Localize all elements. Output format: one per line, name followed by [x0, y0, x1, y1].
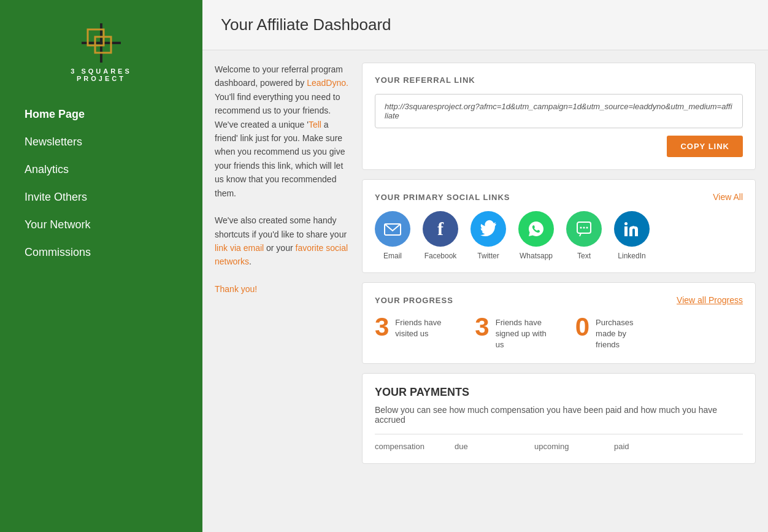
social-icon-text[interactable]: Text [566, 211, 602, 260]
intro-text: Welcome to your referral program dashboa… [215, 63, 350, 200]
twitter-icon [470, 211, 506, 247]
right-panel: YOUR REFERRAL LINK http://3squaresprojec… [362, 63, 756, 520]
facebook-icon: f [423, 211, 458, 247]
email-label: Email [383, 252, 402, 260]
nav-item-network[interactable]: Your Network [12, 211, 190, 239]
view-all-social-link[interactable]: View All [713, 192, 743, 202]
social-links-card: YOUR PRIMARY SOCIAL LINKS View All [362, 179, 756, 273]
payments-col-paid: paid [614, 442, 675, 451]
referral-link-title: YOUR REFERRAL LINK [375, 75, 743, 85]
text-label: Text [577, 252, 591, 260]
left-panel: Welcome to your referral program dashboa… [215, 63, 350, 520]
payments-desc: Below you can see how much compensation … [375, 405, 743, 425]
progress-header: YOUR PROGRESS View all Progress [375, 295, 743, 305]
referral-link-card: YOUR REFERRAL LINK http://3squaresprojec… [362, 63, 756, 170]
payments-card: YOUR PAYMENTS Below you can see how much… [362, 373, 756, 464]
payments-title: YOUR PAYMENTS [375, 386, 743, 399]
sidebar: 3 SQUARES PROJECT Home Page Newsletters … [0, 0, 202, 532]
email-icon [375, 211, 410, 247]
nav-item-home[interactable]: Home Page [12, 101, 190, 128]
social-icon-whatsapp[interactable]: Whatsapp [518, 211, 554, 260]
progress-title: YOUR PROGRESS [375, 296, 453, 305]
social-icons-list: Email f Facebook [375, 211, 743, 260]
logo-area: 3 SQUARES PROJECT [71, 18, 132, 82]
progress-card: YOUR PROGRESS View all Progress 3 Friend… [362, 282, 756, 364]
page-header: Your Affiliate Dashboard [202, 0, 768, 50]
leaddyno-link[interactable]: LeadDyno. [307, 78, 348, 88]
stat-visited-number: 3 [375, 314, 389, 340]
social-icon-email[interactable]: Email [375, 211, 410, 260]
social-icon-facebook[interactable]: f Facebook [423, 211, 458, 260]
progress-stats: 3 Friends have visited us 3 Friends have… [375, 314, 743, 351]
social-icon-linkedin[interactable]: LinkedIn [614, 211, 650, 260]
payments-col-compensation: compensation [375, 442, 436, 451]
stat-signup-label: Friends have signed up with us [496, 314, 551, 351]
twitter-label: Twitter [477, 252, 499, 260]
nav-item-analytics[interactable]: Analytics [12, 156, 190, 183]
social-icon-twitter[interactable]: Twitter [470, 211, 506, 260]
payments-col-upcoming: upcoming [534, 442, 596, 451]
tell-friend-link[interactable]: Tell [309, 120, 321, 129]
text-icon [566, 211, 602, 247]
stat-purchases: 0 Purchases made by friends [575, 314, 651, 351]
nav-item-commissions[interactable]: Commissions [12, 239, 190, 266]
whatsapp-icon [518, 211, 554, 247]
linkedin-label: LinkedIn [618, 252, 645, 260]
nav-item-newsletters[interactable]: Newsletters [12, 128, 190, 156]
social-links-header: YOUR PRIMARY SOCIAL LINKS View All [375, 192, 743, 202]
nav-item-invite[interactable]: Invite Others [12, 183, 190, 211]
content-area: Welcome to your referral program dashboa… [202, 50, 768, 532]
svg-point-7 [583, 227, 585, 229]
stat-signup-number: 3 [475, 314, 489, 340]
social-links-title: YOUR PRIMARY SOCIAL LINKS [375, 193, 510, 202]
svg-point-6 [580, 227, 582, 229]
facebook-label: Facebook [424, 252, 457, 260]
stat-signed-up: 3 Friends have signed up with us [475, 314, 550, 351]
nav-menu: Home Page Newsletters Analytics Invite O… [0, 101, 202, 266]
thank-you-text: Thank you! [215, 282, 350, 296]
svg-rect-9 [624, 226, 628, 236]
stat-visited: 3 Friends have visited us [375, 314, 450, 351]
logo-text: 3 SQUARES PROJECT [71, 67, 132, 82]
payments-col-due: due [455, 442, 516, 451]
link-text-anchor[interactable]: link via email [215, 243, 264, 253]
payments-table-header: compensation due upcoming paid [375, 434, 743, 451]
shortcuts-text: We've also created some handy shortcuts … [215, 214, 350, 269]
referral-link-box[interactable]: http://3squaresproject.org?afmc=1d&utm_c… [375, 94, 743, 128]
stat-purchases-label: Purchases made by friends [596, 314, 651, 351]
page-title: Your Affiliate Dashboard [221, 15, 750, 34]
main-content: Your Affiliate Dashboard Welcome to your… [202, 0, 768, 532]
stat-visited-label: Friends have visited us [395, 314, 450, 339]
whatsapp-label: Whatsapp [520, 252, 553, 260]
linkedin-icon [614, 211, 650, 247]
copy-link-button[interactable]: COPY LINK [667, 136, 743, 157]
svg-point-8 [586, 227, 588, 229]
svg-point-10 [624, 222, 628, 225]
stat-purchases-number: 0 [575, 314, 589, 340]
logo-icon [77, 18, 126, 67]
view-all-progress-link[interactable]: View all Progress [677, 295, 743, 305]
